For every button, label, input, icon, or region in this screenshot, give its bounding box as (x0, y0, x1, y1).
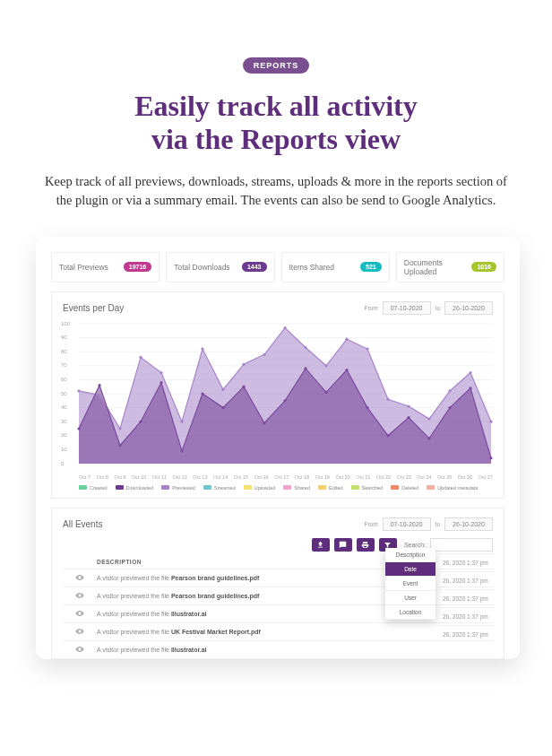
column-dropdown[interactable]: DescriptionDateEventUserLocation (385, 548, 436, 620)
x-tick: Oct 23 (397, 474, 411, 480)
svg-point-32 (77, 427, 80, 430)
dropdown-item[interactable]: User (385, 591, 436, 605)
svg-point-27 (407, 404, 410, 407)
search-label: Search: (404, 542, 426, 548)
event-row[interactable]: A visitor previewed the file Illustrator… (63, 640, 493, 658)
x-tick: Oct 24 (417, 474, 431, 480)
stat-value: 19716 (124, 262, 151, 272)
svg-point-48 (407, 416, 410, 419)
svg-point-22 (304, 346, 306, 349)
dropdown-item[interactable]: Event (385, 577, 436, 591)
headline-line2: via the Reports view (151, 123, 401, 155)
x-tick: Oct 27 (479, 474, 493, 480)
x-tick: Oct 26 (458, 474, 472, 480)
legend-swatch (161, 485, 169, 490)
stats-row: Total Previews 19716Total Downloads 1443… (51, 252, 505, 282)
svg-point-40 (242, 385, 245, 387)
svg-point-20 (263, 352, 265, 355)
export-button[interactable] (312, 538, 330, 552)
stat-value: 521 (360, 262, 382, 272)
legend-item: Streamed (203, 485, 236, 491)
headline: Easily track all activity via the Report… (36, 90, 516, 156)
legend-swatch (79, 485, 87, 490)
events-from-input[interactable] (383, 517, 431, 531)
stat-label: Total Previews (59, 263, 108, 272)
chart-area: 0102030405060708090100 (63, 320, 493, 473)
time-column: 26, 2020 1:37 pm26, 2020 1:37 pm26, 2020… (439, 553, 495, 643)
svg-point-23 (324, 364, 327, 367)
reports-screenshot-card: Total Previews 19716Total Downloads 1443… (36, 237, 520, 659)
svg-point-47 (386, 434, 389, 437)
chat-button[interactable] (334, 538, 352, 552)
event-text: A visitor previewed the file UK Festival… (97, 629, 261, 635)
svg-point-36 (160, 381, 162, 384)
search-input[interactable] (430, 538, 493, 552)
x-tick: Oct 17 (274, 474, 289, 480)
legend-item: Updated metadata (427, 485, 478, 491)
svg-point-34 (118, 444, 121, 447)
x-tick: Oct 12 (173, 474, 187, 480)
svg-point-14 (139, 355, 142, 358)
legend-item: Edited (318, 485, 343, 491)
stat-value: 1443 (242, 262, 267, 272)
chart-panel: Events per Day From to 01020304050607080… (51, 291, 505, 499)
svg-point-19 (242, 362, 245, 365)
stat-box: Total Downloads 1443 (166, 252, 274, 282)
svg-point-50 (448, 406, 451, 409)
stat-value: 1016 (471, 262, 496, 272)
chart-to-input[interactable] (444, 301, 493, 315)
event-text: A visitor previewed the file Illustrator… (97, 647, 207, 653)
x-tick: Oct 21 (356, 474, 370, 480)
to-label: to (436, 305, 440, 311)
x-tick: Oct 7 (79, 474, 91, 480)
x-tick: Oct 25 (437, 474, 452, 480)
svg-point-12 (98, 394, 100, 396)
svg-point-18 (221, 387, 224, 390)
legend-swatch (318, 485, 326, 490)
x-tick: Oct 13 (193, 474, 207, 480)
print-button[interactable] (357, 538, 375, 552)
svg-point-24 (345, 337, 348, 340)
subheading: Keep track of all previews, downloads, s… (36, 172, 516, 210)
dropdown-item[interactable]: Date (385, 562, 436, 577)
svg-point-25 (366, 347, 368, 350)
eye-icon (75, 573, 84, 582)
svg-point-13 (118, 427, 121, 430)
event-row[interactable]: A visitor previewed the file UK Festival… (63, 622, 493, 640)
events-date-range: From to (364, 517, 493, 531)
svg-point-29 (448, 389, 451, 392)
stat-label: Total Downloads (174, 263, 229, 272)
legend-swatch (391, 485, 399, 490)
x-tick: Oct 20 (335, 474, 349, 480)
legend-item: Previewed (161, 485, 195, 491)
eye-icon (75, 645, 84, 654)
svg-point-37 (180, 449, 183, 452)
x-tick: Oct 19 (315, 474, 330, 480)
svg-point-49 (427, 437, 430, 439)
legend-item: Created (79, 485, 108, 491)
legend-swatch (427, 485, 435, 490)
svg-point-42 (283, 399, 286, 402)
headline-line1: Easily track all activity (134, 90, 418, 122)
reports-badge: REPORTS (243, 57, 310, 74)
events-to-input[interactable] (444, 517, 493, 531)
event-text: A visitor previewed the file Pearson bra… (97, 575, 259, 581)
events-title: All Events (63, 519, 102, 529)
svg-point-52 (489, 456, 492, 459)
chart-from-input[interactable] (383, 301, 431, 315)
svg-point-44 (324, 390, 327, 393)
time-cell: 26, 2020 1:37 pm (439, 625, 495, 643)
x-tick: Oct 9 (114, 474, 125, 480)
event-text: A visitor previewed the file Illustrator… (97, 611, 207, 617)
eye-icon (75, 591, 84, 600)
stat-box: Total Previews 19716 (51, 252, 160, 282)
dropdown-item[interactable]: Description (385, 548, 436, 562)
time-cell: 26, 2020 1:37 pm (439, 571, 495, 589)
time-cell: 26, 2020 1:37 pm (439, 607, 495, 625)
stat-box: Items Shared 521 (281, 252, 390, 282)
dropdown-item[interactable]: Location (385, 605, 436, 620)
legend-item: Deleted (391, 485, 418, 491)
chart-legend: CreatedDownloadedPreviewedStreamedUpload… (63, 480, 493, 491)
legend-item: Searched (351, 485, 384, 491)
legend-swatch (203, 485, 211, 490)
